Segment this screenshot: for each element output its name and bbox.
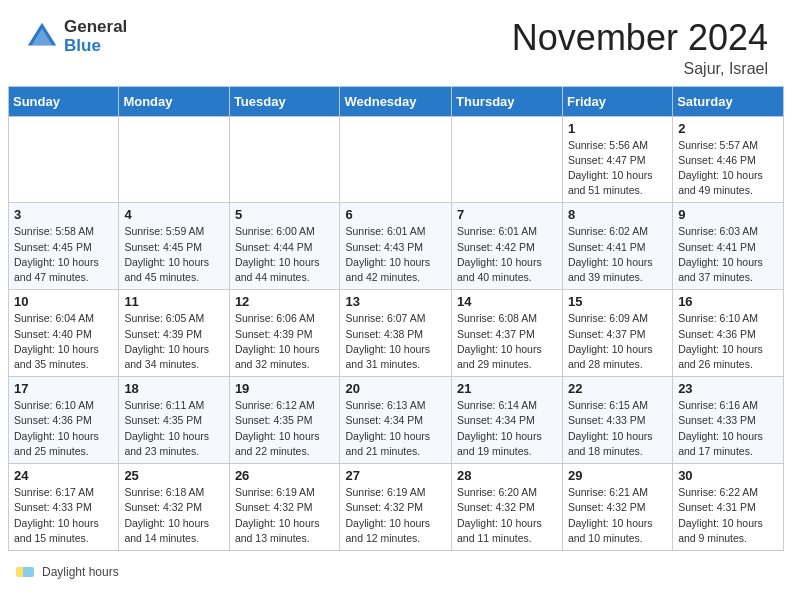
day-number: 25 <box>124 468 223 483</box>
calendar-week-row: 24Sunrise: 6:17 AM Sunset: 4:33 PM Dayli… <box>9 464 784 551</box>
day-info: Sunrise: 6:10 AM Sunset: 4:36 PM Dayligh… <box>678 311 778 372</box>
day-number: 12 <box>235 294 335 309</box>
logo-text: General Blue <box>64 18 127 55</box>
calendar-cell: 25Sunrise: 6:18 AM Sunset: 4:32 PM Dayli… <box>119 464 229 551</box>
col-header-monday: Monday <box>119 86 229 116</box>
calendar-cell: 3Sunrise: 5:58 AM Sunset: 4:45 PM Daylig… <box>9 203 119 290</box>
calendar-week-row: 1Sunrise: 5:56 AM Sunset: 4:47 PM Daylig… <box>9 116 784 203</box>
day-number: 23 <box>678 381 778 396</box>
col-header-tuesday: Tuesday <box>229 86 340 116</box>
day-info: Sunrise: 6:20 AM Sunset: 4:32 PM Dayligh… <box>457 485 557 546</box>
calendar-cell <box>340 116 452 203</box>
day-info: Sunrise: 6:18 AM Sunset: 4:32 PM Dayligh… <box>124 485 223 546</box>
day-number: 28 <box>457 468 557 483</box>
day-number: 2 <box>678 121 778 136</box>
day-info: Sunrise: 6:15 AM Sunset: 4:33 PM Dayligh… <box>568 398 667 459</box>
col-header-wednesday: Wednesday <box>340 86 452 116</box>
calendar-cell: 6Sunrise: 6:01 AM Sunset: 4:43 PM Daylig… <box>340 203 452 290</box>
day-number: 7 <box>457 207 557 222</box>
calendar-cell: 9Sunrise: 6:03 AM Sunset: 4:41 PM Daylig… <box>673 203 784 290</box>
calendar-cell: 23Sunrise: 6:16 AM Sunset: 4:33 PM Dayli… <box>673 377 784 464</box>
day-info: Sunrise: 5:56 AM Sunset: 4:47 PM Dayligh… <box>568 138 667 199</box>
calendar-cell: 27Sunrise: 6:19 AM Sunset: 4:32 PM Dayli… <box>340 464 452 551</box>
month-title: November 2024 <box>512 18 768 58</box>
day-number: 3 <box>14 207 113 222</box>
day-info: Sunrise: 6:16 AM Sunset: 4:33 PM Dayligh… <box>678 398 778 459</box>
calendar-cell: 24Sunrise: 6:17 AM Sunset: 4:33 PM Dayli… <box>9 464 119 551</box>
logo-icon <box>24 19 60 55</box>
col-header-sunday: Sunday <box>9 86 119 116</box>
calendar-cell: 26Sunrise: 6:19 AM Sunset: 4:32 PM Dayli… <box>229 464 340 551</box>
calendar-cell <box>229 116 340 203</box>
day-number: 30 <box>678 468 778 483</box>
day-number: 10 <box>14 294 113 309</box>
day-number: 18 <box>124 381 223 396</box>
day-info: Sunrise: 6:10 AM Sunset: 4:36 PM Dayligh… <box>14 398 113 459</box>
daylight-icon <box>16 567 34 577</box>
daylight-label: Daylight hours <box>42 565 119 579</box>
day-info: Sunrise: 6:11 AM Sunset: 4:35 PM Dayligh… <box>124 398 223 459</box>
calendar-cell: 16Sunrise: 6:10 AM Sunset: 4:36 PM Dayli… <box>673 290 784 377</box>
day-number: 9 <box>678 207 778 222</box>
day-info: Sunrise: 6:08 AM Sunset: 4:37 PM Dayligh… <box>457 311 557 372</box>
calendar-cell: 18Sunrise: 6:11 AM Sunset: 4:35 PM Dayli… <box>119 377 229 464</box>
day-number: 19 <box>235 381 335 396</box>
calendar-week-row: 10Sunrise: 6:04 AM Sunset: 4:40 PM Dayli… <box>9 290 784 377</box>
day-number: 1 <box>568 121 667 136</box>
calendar-cell: 5Sunrise: 6:00 AM Sunset: 4:44 PM Daylig… <box>229 203 340 290</box>
day-info: Sunrise: 6:22 AM Sunset: 4:31 PM Dayligh… <box>678 485 778 546</box>
calendar-header-row: SundayMondayTuesdayWednesdayThursdayFrid… <box>9 86 784 116</box>
day-info: Sunrise: 6:00 AM Sunset: 4:44 PM Dayligh… <box>235 224 335 285</box>
footer: Daylight hours <box>0 561 792 587</box>
calendar-cell: 10Sunrise: 6:04 AM Sunset: 4:40 PM Dayli… <box>9 290 119 377</box>
calendar-cell: 21Sunrise: 6:14 AM Sunset: 4:34 PM Dayli… <box>452 377 563 464</box>
logo: General Blue <box>24 18 127 55</box>
calendar-cell: 2Sunrise: 5:57 AM Sunset: 4:46 PM Daylig… <box>673 116 784 203</box>
day-info: Sunrise: 6:14 AM Sunset: 4:34 PM Dayligh… <box>457 398 557 459</box>
logo-general: General <box>64 18 127 37</box>
calendar-cell: 4Sunrise: 5:59 AM Sunset: 4:45 PM Daylig… <box>119 203 229 290</box>
day-number: 14 <box>457 294 557 309</box>
col-header-saturday: Saturday <box>673 86 784 116</box>
calendar-week-row: 3Sunrise: 5:58 AM Sunset: 4:45 PM Daylig… <box>9 203 784 290</box>
day-info: Sunrise: 6:01 AM Sunset: 4:42 PM Dayligh… <box>457 224 557 285</box>
day-info: Sunrise: 5:58 AM Sunset: 4:45 PM Dayligh… <box>14 224 113 285</box>
day-info: Sunrise: 6:02 AM Sunset: 4:41 PM Dayligh… <box>568 224 667 285</box>
calendar-wrapper: SundayMondayTuesdayWednesdayThursdayFrid… <box>0 86 792 551</box>
logo-blue: Blue <box>64 37 127 56</box>
calendar-cell: 29Sunrise: 6:21 AM Sunset: 4:32 PM Dayli… <box>562 464 672 551</box>
day-number: 5 <box>235 207 335 222</box>
calendar-cell: 19Sunrise: 6:12 AM Sunset: 4:35 PM Dayli… <box>229 377 340 464</box>
calendar-table: SundayMondayTuesdayWednesdayThursdayFrid… <box>8 86 784 551</box>
day-info: Sunrise: 6:03 AM Sunset: 4:41 PM Dayligh… <box>678 224 778 285</box>
col-header-thursday: Thursday <box>452 86 563 116</box>
day-info: Sunrise: 6:21 AM Sunset: 4:32 PM Dayligh… <box>568 485 667 546</box>
day-info: Sunrise: 6:17 AM Sunset: 4:33 PM Dayligh… <box>14 485 113 546</box>
day-number: 16 <box>678 294 778 309</box>
day-number: 8 <box>568 207 667 222</box>
day-info: Sunrise: 5:57 AM Sunset: 4:46 PM Dayligh… <box>678 138 778 199</box>
day-info: Sunrise: 5:59 AM Sunset: 4:45 PM Dayligh… <box>124 224 223 285</box>
calendar-cell <box>9 116 119 203</box>
calendar-cell: 17Sunrise: 6:10 AM Sunset: 4:36 PM Dayli… <box>9 377 119 464</box>
calendar-cell <box>119 116 229 203</box>
day-number: 4 <box>124 207 223 222</box>
calendar-cell: 13Sunrise: 6:07 AM Sunset: 4:38 PM Dayli… <box>340 290 452 377</box>
calendar-cell: 28Sunrise: 6:20 AM Sunset: 4:32 PM Dayli… <box>452 464 563 551</box>
day-number: 13 <box>345 294 446 309</box>
day-number: 26 <box>235 468 335 483</box>
day-info: Sunrise: 6:09 AM Sunset: 4:37 PM Dayligh… <box>568 311 667 372</box>
calendar-cell: 30Sunrise: 6:22 AM Sunset: 4:31 PM Dayli… <box>673 464 784 551</box>
day-number: 27 <box>345 468 446 483</box>
day-info: Sunrise: 6:05 AM Sunset: 4:39 PM Dayligh… <box>124 311 223 372</box>
day-number: 24 <box>14 468 113 483</box>
day-info: Sunrise: 6:13 AM Sunset: 4:34 PM Dayligh… <box>345 398 446 459</box>
title-block: November 2024 Sajur, Israel <box>512 18 768 78</box>
day-number: 22 <box>568 381 667 396</box>
col-header-friday: Friday <box>562 86 672 116</box>
calendar-cell: 7Sunrise: 6:01 AM Sunset: 4:42 PM Daylig… <box>452 203 563 290</box>
day-number: 21 <box>457 381 557 396</box>
calendar-cell: 22Sunrise: 6:15 AM Sunset: 4:33 PM Dayli… <box>562 377 672 464</box>
calendar-cell: 12Sunrise: 6:06 AM Sunset: 4:39 PM Dayli… <box>229 290 340 377</box>
day-number: 20 <box>345 381 446 396</box>
